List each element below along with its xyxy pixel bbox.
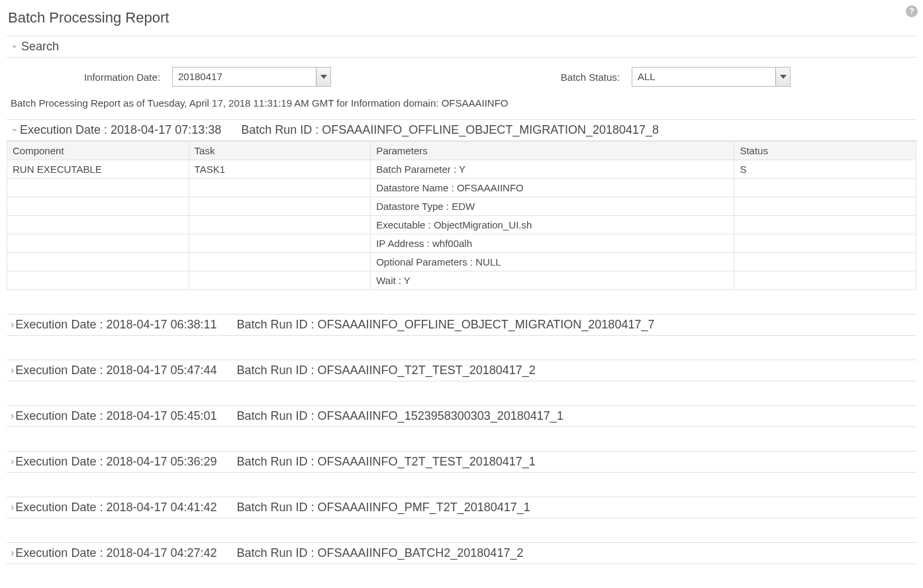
cell-component xyxy=(7,234,189,253)
execution-date-label: Execution Date : 2018-04-17 05:36:29 xyxy=(15,455,217,469)
batch-run-id-label: Batch Run ID : OFSAAAIINFO_OFFLINE_OBJEC… xyxy=(237,318,655,332)
cell-param: Datastore Type : EDW xyxy=(371,197,734,216)
cell-task xyxy=(189,179,371,197)
cell-param: IP Address : whf00alh xyxy=(371,234,734,253)
execution-date-label: Execution Date : 2018-04-17 05:47:44 xyxy=(15,364,217,377)
table-row: Wait : Y xyxy=(7,271,916,290)
execution-header: Execution Date : 2018-04-17 04:41:42Batc… xyxy=(7,497,916,518)
cell-component xyxy=(7,271,189,290)
batch-run-id-label: Batch Run ID : OFSAAAIINFO_T2T_TEST_2018… xyxy=(237,455,536,469)
cell-status xyxy=(734,234,916,253)
dropdown-icon[interactable] xyxy=(775,68,790,86)
chevron-right-icon xyxy=(11,411,14,422)
cell-status xyxy=(734,253,916,271)
cell-component xyxy=(7,179,189,197)
cell-status xyxy=(734,271,916,290)
execution-toggle[interactable]: Execution Date : 2018-04-17 04:27:42 xyxy=(11,546,217,560)
cell-component xyxy=(7,216,189,234)
cell-param: Wait : Y xyxy=(371,271,734,290)
batch-status-select[interactable]: ALL xyxy=(632,67,791,87)
table-row: Optional Parameters : NULL xyxy=(7,253,916,271)
chevron-right-icon xyxy=(11,548,14,559)
execution-date-label: Execution Date : 2018-04-17 04:27:42 xyxy=(15,546,217,560)
execution-date-label: Execution Date : 2018-04-17 07:13:38 xyxy=(20,123,221,137)
cell-param: Executable : ObjectMigration_UI.sh xyxy=(371,216,734,234)
batch-run-id-label: Batch Run ID : OFSAAAIINFO_PMF_T2T_20180… xyxy=(237,501,530,514)
search-section-label: Search xyxy=(21,40,59,54)
cell-task: TASK1 xyxy=(189,160,371,179)
help-icon[interactable]: ? xyxy=(906,5,918,17)
chevron-down-icon xyxy=(11,126,19,135)
cell-task xyxy=(189,197,371,216)
cell-param: Optional Parameters : NULL xyxy=(371,253,734,271)
col-header-task: Task xyxy=(189,142,371,160)
search-section-toggle[interactable]: Search xyxy=(11,40,59,54)
cell-task xyxy=(189,234,371,253)
cell-task xyxy=(189,216,371,234)
col-header-parameters: Parameters xyxy=(371,142,734,160)
cell-status xyxy=(734,216,916,234)
page-title: Batch Processing Report xyxy=(8,9,916,26)
table-row: Executable : ObjectMigration_UI.sh xyxy=(7,216,916,234)
batch-run-id-label: Batch Run ID : OFSAAAIINFO_OFFLINE_OBJEC… xyxy=(241,123,659,137)
execution-toggle[interactable]: Execution Date : 2018-04-17 05:45:01 xyxy=(11,409,217,423)
cell-status: S xyxy=(734,160,916,179)
chevron-right-icon xyxy=(11,320,14,330)
execution-date-label: Execution Date : 2018-04-17 04:41:42 xyxy=(15,501,217,514)
table-row: Datastore Type : EDW xyxy=(7,197,916,216)
execution-header: Execution Date : 2018-04-17 05:47:44Batc… xyxy=(7,360,916,381)
batch-run-id-label: Batch Run ID : OFSAAAIINFO_1523958300303… xyxy=(237,409,563,423)
cell-task xyxy=(189,253,371,271)
report-as-of-line: Batch Processing Report as of Tuesday, A… xyxy=(7,95,916,119)
info-date-label: Information Date: xyxy=(7,72,172,83)
execution-toggle[interactable]: Execution Date : 2018-04-17 07:13:38 xyxy=(11,123,221,137)
chevron-right-icon xyxy=(11,366,14,376)
info-date-select[interactable]: 20180417 xyxy=(172,67,331,87)
cell-component xyxy=(7,253,189,271)
execution-date-label: Execution Date : 2018-04-17 06:38:11 xyxy=(15,318,217,332)
chevron-right-icon xyxy=(11,457,14,467)
execution-table: ComponentTaskParametersStatusRUN EXECUTA… xyxy=(7,141,916,290)
execution-date-label: Execution Date : 2018-04-17 05:45:01 xyxy=(15,409,217,423)
cell-component: RUN EXECUTABLE xyxy=(7,160,189,179)
execution-header: Execution Date : 2018-04-17 05:45:01Batc… xyxy=(7,405,916,427)
cell-param: Datastore Name : OFSAAAIINFO xyxy=(371,179,734,197)
dropdown-icon[interactable] xyxy=(316,68,330,86)
cell-task xyxy=(189,271,371,290)
execution-header: Execution Date : 2018-04-17 04:27:42Batc… xyxy=(7,542,916,564)
chevron-down-icon xyxy=(11,42,19,52)
col-header-status: Status xyxy=(734,142,916,160)
batch-run-id-label: Batch Run ID : OFSAAAIINFO_BATCH2_201804… xyxy=(237,546,524,560)
execution-toggle[interactable]: Execution Date : 2018-04-17 05:36:29 xyxy=(11,455,217,469)
cell-component xyxy=(7,197,189,216)
batch-run-id-label: Batch Run ID : OFSAAAIINFO_T2T_TEST_2018… xyxy=(237,364,536,377)
cell-status xyxy=(734,179,916,197)
execution-header: Execution Date : 2018-04-17 07:13:38Batc… xyxy=(7,119,916,141)
col-header-component: Component xyxy=(7,142,189,160)
execution-header: Execution Date : 2018-04-17 05:36:29Batc… xyxy=(7,451,916,473)
chevron-right-icon xyxy=(11,503,14,513)
batch-status-value: ALL xyxy=(632,68,775,86)
table-row: RUN EXECUTABLETASK1Batch Parameter : YS xyxy=(7,160,916,179)
execution-toggle[interactable]: Execution Date : 2018-04-17 04:41:42 xyxy=(11,501,217,514)
info-date-value: 20180417 xyxy=(173,68,316,86)
cell-status xyxy=(734,197,916,216)
table-row: IP Address : whf00alh xyxy=(7,234,916,253)
search-row: Information Date: 20180417 Batch Status:… xyxy=(7,62,916,95)
execution-toggle[interactable]: Execution Date : 2018-04-17 06:38:11 xyxy=(11,318,217,332)
execution-toggle[interactable]: Execution Date : 2018-04-17 05:47:44 xyxy=(11,364,217,377)
cell-param: Batch Parameter : Y xyxy=(371,160,734,179)
batch-status-label: Batch Status: xyxy=(479,72,632,83)
execution-header: Execution Date : 2018-04-17 06:38:11Batc… xyxy=(7,314,916,336)
table-row: Datastore Name : OFSAAAIINFO xyxy=(7,179,916,197)
